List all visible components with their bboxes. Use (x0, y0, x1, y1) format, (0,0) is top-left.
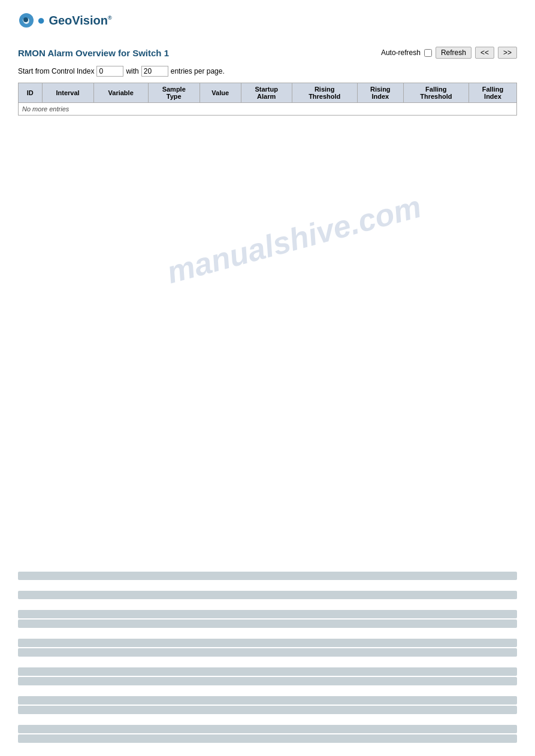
bar-group-2 (18, 591, 517, 599)
bar-group-9 (18, 696, 517, 705)
alarm-table: ID Interval Variable SampleType Value St… (18, 83, 517, 116)
next-button[interactable]: >> (498, 47, 517, 59)
svg-point-1 (23, 17, 28, 22)
entries-suffix: entries per page. (171, 67, 225, 75)
col-sample-type: SampleType (148, 83, 200, 103)
main-content: RMON Alarm Overview for Switch 1 Auto-re… (0, 35, 535, 127)
col-variable: Variable (93, 83, 148, 103)
bar-group-6 (18, 648, 517, 657)
bar-group-4 (18, 620, 517, 628)
entries-row: Start from Control Index with entries pe… (18, 66, 517, 77)
col-id: ID (19, 83, 43, 103)
bar-10 (18, 706, 517, 714)
auto-refresh-checkbox[interactable] (424, 49, 432, 57)
start-label: Start from Control Index (18, 67, 94, 75)
bar-9 (18, 696, 517, 705)
bar-group-11 (18, 725, 517, 733)
col-rising-index: RisingIndex (357, 83, 403, 103)
title-row: RMON Alarm Overview for Switch 1 Auto-re… (18, 47, 517, 59)
refresh-button[interactable]: Refresh (436, 47, 471, 59)
col-rising-threshold: RisingThreshold (292, 83, 357, 103)
col-startup-alarm: StartupAlarm (241, 83, 292, 103)
bar-6 (18, 648, 517, 657)
bar-group-3 (18, 610, 517, 618)
no-entries-row: No more entries (19, 103, 517, 116)
logo-area: ● GeoVision® (0, 0, 535, 35)
col-falling-index: FallingIndex (468, 83, 516, 103)
prev-button[interactable]: << (475, 47, 494, 59)
page-title: RMON Alarm Overview for Switch 1 (18, 48, 169, 58)
bar-group-10 (18, 706, 517, 714)
no-entries-cell: No more entries (19, 103, 517, 116)
bar-2 (18, 591, 517, 599)
controls-row: Auto-refresh Refresh << >> (381, 47, 517, 59)
col-interval: Interval (42, 83, 93, 103)
bar-group-7 (18, 667, 517, 676)
bar-4 (18, 620, 517, 628)
bar-group-1 (18, 572, 517, 580)
bar-8 (18, 677, 517, 685)
bar-5 (18, 639, 517, 647)
entries-per-page-input[interactable] (141, 66, 168, 77)
col-value: Value (200, 83, 241, 103)
bar-12 (18, 734, 517, 743)
bar-group-12 (18, 734, 517, 743)
bar-7 (18, 667, 517, 676)
auto-refresh-label: Auto-refresh (381, 48, 421, 57)
bar-group-5 (18, 639, 517, 647)
table-header-row: ID Interval Variable SampleType Value St… (19, 83, 517, 103)
watermark: manualshive.com (163, 189, 425, 291)
bar-11 (18, 725, 517, 733)
start-index-input[interactable] (96, 66, 123, 77)
bar-3 (18, 610, 517, 618)
with-label: with (126, 67, 138, 75)
decorative-bars (0, 572, 535, 756)
logo-text: ● GeoVision® (37, 13, 112, 28)
col-falling-threshold: FallingThreshold (403, 83, 468, 103)
geovision-logo-icon (18, 12, 35, 29)
bar-group-8 (18, 677, 517, 685)
bar-1 (18, 572, 517, 580)
